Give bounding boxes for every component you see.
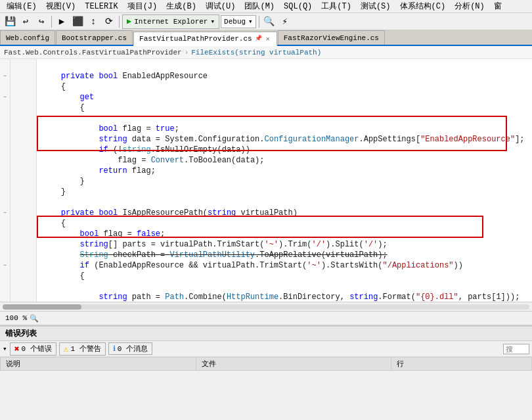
menu-view[interactable]: 视图(V) [42, 0, 80, 12]
code-line-1: private bool EnabledAppResource [42, 72, 208, 81]
tab-fastvirtualpath-label: FastVirtualPathProvider.cs [139, 35, 252, 43]
table-header-row: 说明 文件 行 [1, 358, 532, 371]
undo-button[interactable]: ↩ [18, 14, 33, 29]
line-num [13, 218, 33, 229]
breadcrumb-method: FileExists(string virtualPath) [191, 49, 321, 57]
run-button[interactable]: ▶ Internet Explorer ▾ [122, 14, 219, 29]
config-dropdown[interactable]: Debug ▾ [221, 15, 256, 28]
scroll-track[interactable] [3, 304, 529, 310]
code-line-12: } [42, 187, 66, 197]
tab-bootstrapper-label: Bootstrapper.cs [62, 34, 127, 42]
line-num [13, 271, 33, 281]
menu-tools[interactable]: 工具(T) [317, 0, 355, 12]
menu-project[interactable]: 项目(J) [123, 0, 162, 12]
menu-window[interactable]: 窗 [490, 0, 506, 12]
toolbar-sep-2 [119, 16, 120, 28]
run-dropdown-arrow[interactable]: ▾ [210, 17, 215, 26]
tab-webconfig[interactable]: Web.config [0, 30, 55, 45]
info-icon: ℹ [113, 344, 116, 353]
filter-dropdown-arrow[interactable]: ▾ [3, 344, 7, 353]
menu-arch[interactable]: 体系结构(C) [396, 0, 450, 12]
toolbar-btn-5[interactable]: ⟳ [102, 14, 116, 29]
toolbar: 💾 ↩ ↪ ▶ ⬛ ↕ ⟳ ▶ Internet Explorer ▾ Debu… [0, 13, 532, 30]
breadcrumb-namespace: Fast.Web.Controls.FastVirtualPathProvide… [4, 49, 182, 57]
line-num [13, 250, 33, 260]
code-line-2: { [42, 82, 66, 91]
code-line-5 [42, 114, 47, 123]
menu-telerik[interactable]: TELERIK [81, 1, 122, 12]
line-num [13, 60, 33, 71]
tab-fastvirtualpath-close[interactable]: ✕ [265, 35, 271, 43]
code-line-14: private bool IsAppResourcePath(string vi… [42, 208, 298, 218]
col-line[interactable]: 行 [391, 358, 532, 371]
error-filter-errors[interactable]: ✖ 0 个错误 [10, 342, 56, 356]
line-numbers [11, 59, 37, 302]
code-line-17: string[] parts = virtualPath.TrimStart('… [42, 240, 388, 249]
col-file[interactable]: 文件 [196, 358, 391, 371]
line-num [13, 92, 33, 103]
menu-test[interactable]: 测试(S) [357, 0, 395, 12]
editor-and-bottom: − − − [0, 59, 532, 404]
error-icon: ✖ [14, 344, 20, 354]
expand-collapse-gutter: − − − [0, 59, 11, 302]
warning-icon: ⚠ [64, 344, 69, 354]
code-line-8: if (!string.IsNullOrEmpty(data)) [42, 145, 250, 154]
toolbar-btn-1[interactable]: 💾 [3, 14, 17, 29]
toolbar-sep-1 [51, 16, 52, 28]
toolbar-btn-2[interactable]: ▶ [55, 14, 69, 29]
code-line-9: flag = Convert.ToBoolean(data); [42, 156, 264, 165]
scroll-thumb[interactable] [3, 304, 81, 310]
main-layout: Web.config Bootstrapper.cs FastVirtualPa… [0, 30, 532, 404]
error-count-label: 0 个错误 [21, 344, 51, 354]
tab-bootstrapper[interactable]: Bootstrapper.cs [56, 30, 133, 45]
code-content[interactable]: private bool EnabledAppResource { get { … [37, 59, 532, 302]
tab-fastrazorview[interactable]: FastRazorViewEngine.cs [278, 30, 385, 45]
code-line-10: return flag; [42, 166, 156, 175]
toolbar-btn-3[interactable]: ⬛ [70, 14, 85, 29]
tab-fastrazorview-label: FastRazorViewEngine.cs [284, 34, 379, 42]
col-description[interactable]: 说明 [1, 358, 196, 371]
config-label: Debug [224, 18, 246, 26]
code-line-7: string data = System.Configuration.Confi… [42, 135, 525, 144]
menu-sql[interactable]: SQL(Q) [280, 1, 316, 12]
toolbar-btn-4[interactable]: ↕ [86, 14, 100, 29]
toolbar-btn-6[interactable]: 🔍 [262, 14, 277, 29]
tab-fastvirtualpath[interactable]: FastVirtualPathProvider.cs 📌 ✕ [133, 32, 277, 46]
menu-team[interactable]: 团队(M) [240, 0, 278, 12]
line-num [13, 229, 33, 239]
code-line-11: } [42, 177, 85, 186]
code-line-3: get [42, 93, 94, 102]
line-num [13, 208, 33, 218]
toolbar-sep-3 [259, 16, 259, 28]
toolbar-btn-7[interactable]: ⚡ [278, 14, 292, 29]
code-line-4: { [42, 103, 85, 112]
line-num [13, 145, 33, 155]
breadcrumb-separator: › [185, 49, 189, 57]
line-num [13, 124, 33, 134]
menu-edit[interactable]: 编辑(E) [3, 0, 41, 12]
zoom-level: 100 % [5, 314, 27, 322]
line-num [13, 155, 33, 166]
error-toolbar: ▾ ✖ 0 个错误 ⚠ 1 个警告 ℹ 0 个消息 [0, 341, 532, 357]
menu-analyze[interactable]: 分析(N) [451, 0, 489, 12]
error-panel-title: 错误列表 [5, 328, 37, 339]
line-num [13, 134, 33, 145]
horizontal-scrollbar[interactable] [0, 302, 532, 311]
menu-build[interactable]: 生成(B) [162, 0, 200, 12]
code-line-20: { [42, 271, 85, 281]
redo-button[interactable]: ↪ [34, 14, 49, 29]
menu-debug[interactable]: 调试(U) [202, 0, 240, 12]
error-search-input[interactable] [503, 344, 529, 354]
line-num [13, 176, 33, 187]
code-line-21 [42, 282, 47, 291]
line-num [13, 166, 33, 176]
line-num [13, 281, 33, 292]
warning-count-label: 1 个警告 [70, 344, 100, 354]
zoom-bar: 100 % 🔍 [0, 311, 532, 325]
code-area: − − − [0, 59, 532, 302]
error-filter-warnings[interactable]: ⚠ 1 个警告 [59, 342, 106, 356]
breadcrumb: Fast.Web.Controls.FastVirtualPathProvide… [0, 46, 532, 59]
line-num [13, 103, 33, 113]
tabs-bar: Web.config Bootstrapper.cs FastVirtualPa… [0, 30, 532, 46]
error-filter-messages[interactable]: ℹ 0 个消息 [108, 342, 152, 355]
